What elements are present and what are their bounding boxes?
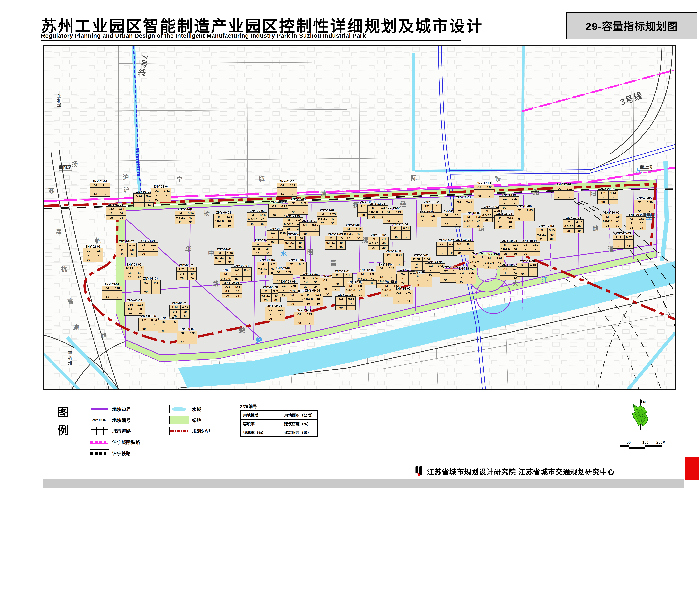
- plot-indicator-table: G20.6 -- 90-: [83, 248, 103, 262]
- plot-code: ZNY-09-05: [222, 281, 242, 284]
- institute-logo: [414, 466, 423, 477]
- plot-indicator-table: G20.38 -- 90-: [177, 331, 197, 344]
- legend-item-intercity-rail: 沪宁城际铁路: [90, 438, 140, 446]
- credits: 江苏省城市规划设计研究院 江苏省城市交通规划研究中心: [414, 466, 615, 477]
- plot-indicator-table: G20.21 -- 90-: [294, 312, 314, 325]
- plot-label: ZNY-03-03 G10.2 -- 90-: [140, 277, 161, 294]
- planning-boundary-swatch: [169, 427, 189, 435]
- plan-sheet: 苏州工业园区智能制造产业园区控制性详细规划及城市设计 Regulatory Pl…: [0, 0, 700, 495]
- plot-indicator-table: U214.65 0.430 2024: [222, 284, 242, 298]
- plot-code: ZNY-08-06: [286, 258, 307, 262]
- plot-label: ZNY-19-07 A20.37 150 -12: [500, 263, 520, 280]
- plot-code: ZNY-09-03: [158, 316, 178, 320]
- plot-label: ZNY-03-04 U141.18 0.430 2050: [124, 299, 145, 316]
- plot-label: ZNY-11-04 M2.17 0.8-3.040 2530: [343, 224, 363, 240]
- plot-code: ZNY-03-05: [138, 315, 159, 318]
- plot-label: ZNY-04-02 M8.14 0.8-2.040 2530: [175, 207, 195, 225]
- plot-indicator-table: M3.32 0.8-2.040 2530: [260, 289, 281, 302]
- footer-rule: [41, 463, 699, 463]
- plot-indicator-table: M3.31 0.8-2.040 2530: [214, 214, 234, 228]
- plot-label: ZNY-09-13 M0.73 0.8-2.040 2530: [303, 289, 323, 306]
- plot-label: ZNY-17-02 G22.12 -- 90-: [554, 183, 574, 200]
- plot-indicator-table: G21.44 -- 90-: [597, 191, 618, 204]
- wind-rose: N: [625, 398, 657, 430]
- plot-code: ZNY-04-02: [175, 207, 195, 211]
- plot-code: ZNY-12-01: [332, 270, 353, 273]
- plot-code: ZNY-06-02: [247, 209, 267, 212]
- plot-label: ZNY-03-05 G20.04 -- 90-: [138, 315, 159, 331]
- plot-indicator-table: M2.9 0.8-2.040 2530: [602, 214, 622, 228]
- plot-code: ZNY-20-02: [602, 211, 622, 214]
- plot-indicator-table: G20.27 -- 90-: [456, 270, 476, 284]
- legend-item-railway: 沪宁铁路: [90, 449, 131, 457]
- plot-code: ZNY-01-01: [90, 180, 110, 183]
- plot-code: ZNY-13-01: [368, 202, 388, 205]
- plot-label: ZNY-01-03 U120.02 -- -12: [133, 190, 154, 207]
- plot-label: ZNY-01-02 B125.08 250 2024: [105, 203, 126, 220]
- plot-label: ZNY-11-01 G10.14 -- 90-: [299, 219, 320, 236]
- plot-code: ZNY-09-02: [177, 327, 197, 331]
- plot-indicator-table: G10.14 -- 90-: [299, 222, 320, 236]
- plot-label: ZNY-19-02 G20.27 -- 90-: [456, 267, 476, 284]
- intercity-rail-swatch: [90, 438, 109, 446]
- plot-code: ZNY-05-01: [176, 264, 197, 267]
- city-road-swatch: [90, 427, 109, 435]
- plot-label: ZNY-18-01 G20.29 -- 90-: [453, 196, 474, 213]
- plot-code: ZNY-03-03: [140, 277, 161, 280]
- plot-indicator-table: M3.16 0.8-2.040 2530: [247, 212, 267, 226]
- plot-indicator-table: A10.63 130 3524: [626, 216, 646, 230]
- plot-label: ZNY-06-02 M3.16 0.8-2.040 2530: [247, 209, 267, 226]
- plot-code: ZNY-06-01: [214, 211, 234, 214]
- credits-text: 江苏省城市规划设计研究院 江苏省城市交通规划研究中心: [427, 466, 615, 476]
- plot-code: ZNY-09-06: [260, 286, 281, 289]
- legend-item-plot-boundary: 地块边界: [90, 405, 131, 413]
- plot-code: ZNY-14-03: [383, 250, 404, 253]
- plot-code: ZNY-11-01: [299, 219, 320, 222]
- plot-code: ZNY-12-05: [335, 293, 356, 296]
- plot-label: ZNY-03-01 G20.53 -- 90-: [102, 283, 122, 300]
- header-top-rule: [41, 11, 461, 11]
- plot-code: ZNY-17-03: [536, 224, 556, 228]
- plot-indicator-table: G10.2 -- 90-: [140, 280, 161, 294]
- plot-labels-layer: ZNY-01-01 G22.14 -- 90- ZNY-01-02 B125.0…: [44, 46, 675, 389]
- plot-indicator-table: G10.21 -- 90-: [383, 210, 403, 224]
- plot-label: ZNY-20-01 G21.44 -- 90-: [597, 187, 618, 204]
- plot-label: ZNY-19-05 M0.58 0.8-2.040 2530: [500, 239, 520, 256]
- plot-code: ZNY-20-04: [626, 213, 646, 216]
- plot-code: ZNY-20-05: [634, 197, 655, 200]
- plot-indicator-table: A20.37 150 -12: [500, 266, 520, 280]
- plot-code: ZNY-09-07: [273, 267, 293, 270]
- plot-indicator-table: G20.5 -- 90-: [158, 320, 178, 333]
- plot-code-key-table: 用地性质用地面积（公顷） 容积率建筑密度（%） 绿地率（%）建筑限高（米）: [240, 410, 318, 437]
- plot-code: ZNY-07-04: [257, 258, 278, 262]
- plot-label: ZNY-18-06 G10.09 -- 90-: [514, 204, 535, 222]
- legend-item-planning-boundary: 规划边界: [169, 427, 211, 435]
- plot-label: ZNY-17-01 G20.86 -- 90-: [474, 182, 494, 198]
- plot-code: ZNY-20-03: [613, 232, 634, 235]
- plot-indicator-table: M1.54 0.8-3.040 2530: [252, 242, 273, 256]
- plot-indicator-table: M1.38 0.8-2.040 2530: [284, 236, 305, 250]
- plot-indicator-table: G20.67 -- 90-: [231, 267, 252, 281]
- plot-code: ZNY-17-04: [563, 216, 584, 219]
- plot-code: ZNY-11-03: [325, 233, 346, 236]
- plot-code: ZNY-18-03: [481, 205, 502, 208]
- plot-code: ZNY-08-02: [268, 201, 289, 204]
- plot-code: ZNY-11-04: [343, 224, 363, 227]
- plot-indicator-table: M1.41 0.8-2.040 2530: [463, 214, 483, 228]
- plot-indicator-table: M3.87 0.8-2.040 2530: [563, 219, 584, 233]
- plot-label: ZNY-14-05 U120.02 -- -12: [393, 287, 413, 304]
- plot-label: ZNY-09-03 G20.5 -- 90-: [158, 316, 178, 333]
- plot-indicator-table: U141.18 0.430 2050: [124, 302, 145, 316]
- plot-code: ZNY-16-04: [425, 260, 445, 263]
- plot-code: ZNY-09-14: [294, 308, 314, 312]
- plot-code: ZNY-17-02: [554, 183, 574, 186]
- plot-label: ZNY-09-11 U120.67 0.430 2024: [300, 272, 320, 289]
- plot-label: ZNY-20-04 A10.63 130 3524: [626, 213, 646, 230]
- plot-code: ZNY-16-01: [411, 254, 432, 257]
- plot-label: ZNY-19-08 G10.25 -- 90-: [517, 260, 538, 277]
- railway-swatch: [90, 449, 109, 457]
- plot-label: ZNY-01-04 G21.42 -- 90-: [151, 185, 171, 202]
- plot-code: ZNY-18-02: [463, 211, 483, 214]
- plot-label: ZNY-04-01 G10.17 -- 90-: [138, 239, 158, 256]
- plot-code: ZNY-03-01: [102, 283, 122, 286]
